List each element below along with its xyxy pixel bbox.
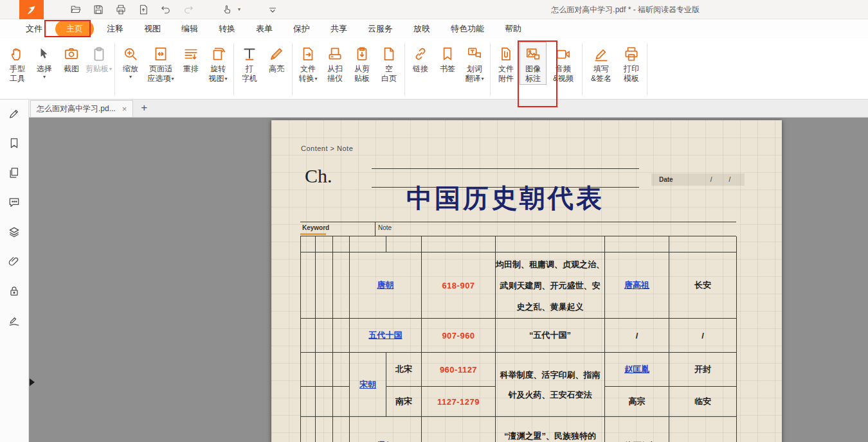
ribbon-button-clipboard[interactable]: 剪贴板▾ <box>85 42 113 75</box>
file-convert-icon <box>300 46 316 62</box>
hand-gesture-caret-icon[interactable]: ▾ <box>238 6 240 12</box>
ribbon-button-page-fit[interactable]: 页面适 应选项▾ <box>144 42 177 85</box>
menu-present[interactable]: 放映 <box>406 21 438 37</box>
table-cell-dynasty: 唐朝 <box>350 252 422 319</box>
left-panel-bar <box>0 100 29 442</box>
document-tab[interactable]: 怎么面对高中学习.pd... × <box>30 100 133 117</box>
pages-panel-icon[interactable] <box>8 166 21 179</box>
ribbon-button-typewriter[interactable]: 打 字机 <box>236 42 263 85</box>
ribbon-button-from-clipboard[interactable]: 从剪 贴板 <box>348 42 375 85</box>
menu-view[interactable]: 视图 <box>136 21 168 37</box>
table-cell-founder: 赵匡胤 <box>605 353 669 387</box>
ribbon-button-snapshot[interactable]: 截图 <box>58 42 85 75</box>
table-cell-period: 916-1125 <box>422 417 496 442</box>
export-icon[interactable] <box>137 3 150 16</box>
document-title: 中国历史朝代表 <box>372 184 639 213</box>
table-cell-capital: 长安 <box>669 252 737 319</box>
ribbon-button-image-annotation[interactable]: 图像 标注 <box>520 42 547 85</box>
new-tab-button[interactable]: + <box>141 102 147 114</box>
menu-features[interactable]: 特色功能 <box>443 21 492 37</box>
tab-close-icon[interactable]: × <box>122 104 127 114</box>
bookmark-panel-icon[interactable] <box>8 137 21 150</box>
ribbon-button-rotate-view[interactable]: 旋转 视图▾ <box>204 42 231 85</box>
table-cell-notes: “五代十国” <box>496 319 605 353</box>
ribbon-divider <box>582 43 583 96</box>
undo-icon[interactable] <box>159 3 172 16</box>
foxit-reader-window: ▾ 怎么面对高中学习.pdf * - 福昕阅读器专业版 文件 主页 注释 视图 … <box>0 0 868 442</box>
menu-help[interactable]: 帮助 <box>497 21 529 37</box>
ribbon-button-reflow[interactable]: 重排 <box>177 42 204 75</box>
menu-form[interactable]: 表单 <box>248 21 280 37</box>
panel-expand-handle-icon[interactable] <box>30 378 35 386</box>
signature-panel-icon[interactable] <box>8 314 21 327</box>
ribbon-button-file-convert[interactable]: 文件 转换▾ <box>294 42 321 85</box>
table-cell-dynasty: 辽朝 <box>350 417 422 442</box>
table-cell-notes: 科举制度、活字印刷、指南 针及火药、王安石变法 <box>496 353 605 417</box>
dropdown-caret-icon: ▾ <box>315 76 318 82</box>
table-cell-capital <box>669 417 737 442</box>
print-template-icon <box>623 46 640 62</box>
pdf-viewer[interactable]: Content > Note Ch. Date / / 中国历史朝代表 Keyw… <box>29 118 868 442</box>
audio-video-icon <box>555 46 572 62</box>
ribbon-button-print-template[interactable]: 打印 模板 <box>618 42 645 85</box>
menu-file[interactable]: 文件 <box>18 21 50 37</box>
dropdown-caret-icon: ▾ <box>109 66 112 72</box>
ribbon-button-from-scanner[interactable]: 从扫 描仪 <box>321 42 348 85</box>
menu-edit[interactable]: 编辑 <box>174 21 206 37</box>
ribbon-button-select[interactable]: 选择 ▾ <box>31 42 58 81</box>
page-fit-icon <box>152 46 169 62</box>
pdf-page: Content > Note Ch. Date / / 中国历史朝代表 Keyw… <box>271 120 782 442</box>
ribbon-button-hand-tool[interactable]: 手型 工具 <box>4 42 31 85</box>
ribbon-toolbar: 手型 工具 选择 ▾ 截图 剪贴板▾ 缩放 ▾ 页面适 应选项▾ <box>0 39 868 100</box>
security-panel-icon[interactable] <box>8 285 21 297</box>
fill-sign-icon <box>593 46 610 62</box>
save-icon[interactable] <box>92 3 105 16</box>
table-cell-notes: 均田制、租庸调、贞观之治、 武则天建周、开元盛世、安 史之乱、黄巢起义 <box>496 252 605 319</box>
document-tabbar: 怎么面对高中学习.pd... × + <box>29 100 868 118</box>
menu-cloud[interactable]: 云服务 <box>360 21 401 37</box>
ribbon-button-translate[interactable]: 划词 翻译▾ <box>461 42 488 85</box>
dropdown-caret-icon: ▾ <box>129 74 132 80</box>
table-cell-period: 960-1127 <box>422 353 496 387</box>
titlebar: ▾ 怎么面对高中学习.pdf * - 福昕阅读器专业版 <box>0 0 868 19</box>
table-cell-capital: 开封 <box>669 353 737 387</box>
ribbon-button-zoom[interactable]: 缩放 ▾ <box>117 42 144 81</box>
clipboard-icon <box>91 46 107 62</box>
ribbon-button-highlight[interactable]: 高亮 <box>263 42 290 75</box>
comment-panel-icon[interactable] <box>8 196 21 209</box>
table-cell-branch: 北宋 <box>386 353 422 387</box>
menu-comment[interactable]: 注释 <box>99 21 131 37</box>
table-cell-branch: 南宋 <box>386 387 422 417</box>
open-folder-icon[interactable] <box>69 3 82 16</box>
dropdown-caret-icon: ▾ <box>43 74 46 80</box>
ribbon-divider <box>114 43 115 96</box>
ribbon-button-blank-page[interactable]: 空 白页 <box>375 42 402 85</box>
menu-home[interactable]: 主页 <box>55 21 94 37</box>
menu-protect[interactable]: 保护 <box>285 21 318 37</box>
ribbon-button-bookmark[interactable]: 书签 <box>434 42 461 75</box>
header-rule <box>300 222 736 222</box>
table-cell-capital: 临安 <box>669 387 737 417</box>
layers-panel-icon[interactable] <box>8 225 21 238</box>
customize-toolbar-icon[interactable] <box>266 3 279 16</box>
snapshot-icon <box>63 46 80 62</box>
annotate-pencil-icon[interactable] <box>8 107 21 120</box>
attachment-panel-icon[interactable] <box>8 255 21 268</box>
menu-convert[interactable]: 转换 <box>211 21 243 37</box>
hand-gesture-icon[interactable] <box>221 3 233 16</box>
select-icon <box>36 46 53 62</box>
ribbon-button-audio-video[interactable]: 音频 &视频 <box>547 42 580 85</box>
ribbon-button-file-attachment[interactable]: 文件 附件 <box>493 42 520 85</box>
menu-share[interactable]: 共享 <box>323 21 355 37</box>
column-tick <box>375 222 375 236</box>
ribbon-button-fill-sign[interactable]: 填写 &签名 <box>584 42 618 85</box>
redo-icon[interactable] <box>182 3 195 16</box>
table-cell-dynasty: 宋朝 <box>350 353 386 417</box>
link-icon <box>412 46 429 62</box>
print-icon[interactable] <box>114 3 127 16</box>
ribbon-button-link[interactable]: 链接 <box>407 42 434 75</box>
typewriter-icon <box>241 46 258 62</box>
note-label: Note <box>378 224 392 231</box>
zoom-icon <box>122 46 139 62</box>
document-tab-label: 怎么面对高中学习.pd... <box>37 103 116 114</box>
